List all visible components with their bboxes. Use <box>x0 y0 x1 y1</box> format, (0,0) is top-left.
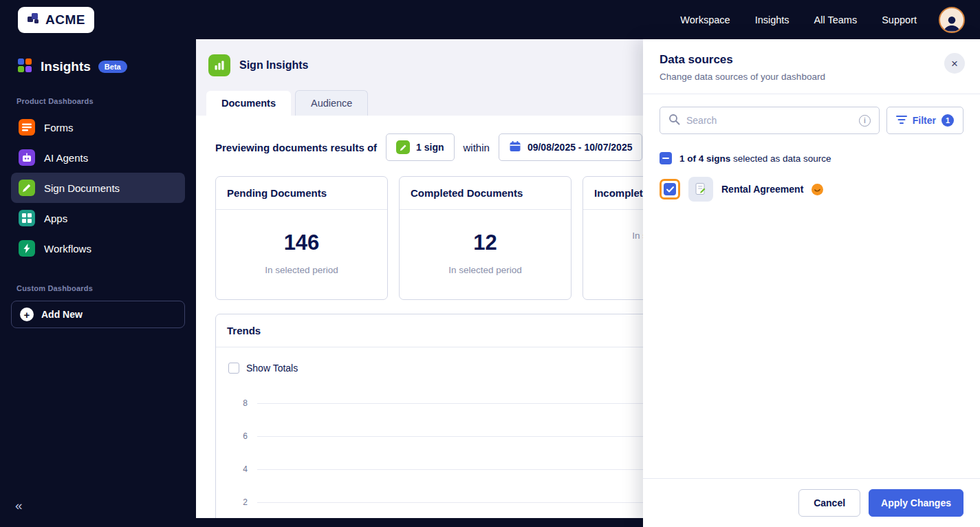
card-completed-documents: Completed Documents 12 In selected perio… <box>399 176 571 300</box>
date-range-button[interactable]: 09/08/2025 - 10/07/2025 <box>499 133 643 161</box>
sign-filter-label: 1 sign <box>416 142 444 153</box>
forms-icon <box>19 119 35 136</box>
selection-summary-rest: selected as data source <box>730 153 831 164</box>
section-product-dashboards: Product Dashboards <box>11 97 185 105</box>
preview-lead-text: Previewing documents results of <box>215 142 377 153</box>
apps-icon <box>19 210 35 226</box>
data-source-item-rental-agreement[interactable]: Rental Agreement <box>643 164 980 202</box>
sidebar-item-ai-agents[interactable]: AI Agents <box>11 142 185 173</box>
sidebar-item-label: Forms <box>44 122 74 133</box>
preview-connector-text: within <box>464 142 490 153</box>
highlight-outline <box>660 179 680 200</box>
panel-footer: Cancel Apply Changes <box>643 478 980 527</box>
search-box: i <box>660 107 880 134</box>
card-value: 12 <box>400 230 571 255</box>
sidebar-item-label: Workflows <box>44 243 91 255</box>
panel-toolbar: i Filter 1 <box>643 94 980 134</box>
filter-icon <box>896 116 907 126</box>
sidebar-item-label: Apps <box>44 213 67 224</box>
sidebar-item-label: AI Agents <box>44 152 88 164</box>
show-totals-checkbox[interactable] <box>228 363 239 374</box>
page-title: Sign Insights <box>239 59 308 72</box>
item-name: Rental Agreement <box>721 184 803 195</box>
card-pending-documents: Pending Documents 146 In selected period <box>215 176 388 300</box>
y-tick-label: 8 <box>228 398 248 408</box>
sign-documents-icon <box>19 180 35 196</box>
section-custom-dashboards: Custom Dashboards <box>11 284 185 292</box>
search-icon <box>668 114 680 128</box>
workflows-icon <box>19 240 35 257</box>
filter-button[interactable]: Filter 1 <box>886 107 963 134</box>
app-title: Insights <box>41 59 91 74</box>
panel-title: Data sources <box>660 53 963 67</box>
sidebar-item-label: Sign Documents <box>44 182 120 194</box>
sign-insights-icon <box>208 54 230 76</box>
plus-icon: + <box>20 308 34 321</box>
filter-label: Filter <box>913 115 936 126</box>
topbar: ACME Workspace Insights All Teams Suppor… <box>0 0 980 39</box>
collapse-sidebar-button[interactable]: « <box>15 498 23 513</box>
sign-document-tile-icon <box>688 177 713 202</box>
selection-summary-bold: 1 of 4 signs <box>679 153 730 164</box>
nav-workspace[interactable]: Workspace <box>680 14 730 25</box>
indeterminate-icon <box>662 158 669 159</box>
date-range-label: 09/08/2025 - 10/07/2025 <box>527 142 633 153</box>
card-caption: In selected period <box>400 265 571 275</box>
card-title: Completed Documents <box>400 177 571 210</box>
y-tick-label: 4 <box>228 464 248 474</box>
info-icon[interactable]: i <box>859 115 871 127</box>
close-icon: × <box>951 58 958 69</box>
close-panel-button[interactable]: × <box>944 53 965 74</box>
apply-changes-button[interactable]: Apply Changes <box>869 489 963 517</box>
sign-filter-button[interactable]: 1 sign <box>386 133 454 161</box>
y-tick-label: 2 <box>228 497 248 507</box>
beta-badge: Beta <box>98 61 127 73</box>
ai-agents-icon <box>19 149 35 166</box>
brand-mark-icon <box>27 12 41 28</box>
item-owner-badge-icon <box>812 184 823 195</box>
sidebar-item-forms[interactable]: Forms <box>11 112 185 142</box>
item-checkbox[interactable] <box>664 183 676 195</box>
tab-audience[interactable]: Audience <box>295 90 368 116</box>
sidebar: Insights Beta Product Dashboards Forms A… <box>0 39 196 527</box>
sidebar-item-apps[interactable]: Apps <box>11 203 185 233</box>
sidebar-app-header: Insights Beta <box>11 57 185 76</box>
sidebar-item-sign-documents[interactable]: Sign Documents <box>11 173 185 203</box>
nav-support[interactable]: Support <box>882 14 917 25</box>
add-new-label: Add New <box>41 309 83 320</box>
y-tick-label: 6 <box>228 431 248 441</box>
check-icon <box>666 186 674 193</box>
data-sources-panel: Data sources Change data sources of your… <box>643 39 980 527</box>
show-totals-label: Show Totals <box>246 363 298 374</box>
sidebar-item-workflows[interactable]: Workflows <box>11 233 185 264</box>
person-icon <box>941 14 962 32</box>
add-new-button[interactable]: + Add New <box>11 301 185 328</box>
selection-summary-text: 1 of 4 signs selected as data source <box>679 153 831 164</box>
selection-summary: 1 of 4 signs selected as data source <box>643 134 980 164</box>
sign-doc-icon <box>396 140 410 154</box>
card-title: Pending Documents <box>216 177 387 210</box>
tab-documents[interactable]: Documents <box>206 91 291 116</box>
search-input[interactable] <box>686 115 853 126</box>
card-value: 146 <box>216 230 387 255</box>
top-navigation: Workspace Insights All Teams Support <box>680 14 917 25</box>
filter-count-badge: 1 <box>941 114 954 127</box>
card-caption: In selected period <box>216 265 387 275</box>
cancel-button[interactable]: Cancel <box>798 489 860 517</box>
panel-subtitle: Change data sources of your dashboard <box>660 72 963 82</box>
nav-all-teams[interactable]: All Teams <box>814 14 858 25</box>
brand-text: ACME <box>45 12 85 28</box>
select-all-checkbox[interactable] <box>660 152 672 164</box>
nav-insights[interactable]: Insights <box>755 14 790 25</box>
calendar-icon <box>509 140 521 155</box>
brand-logo[interactable]: ACME <box>18 7 94 33</box>
panel-header: Data sources Change data sources of your… <box>643 39 980 94</box>
user-avatar[interactable] <box>939 7 965 33</box>
insights-logo-icon <box>17 57 33 76</box>
